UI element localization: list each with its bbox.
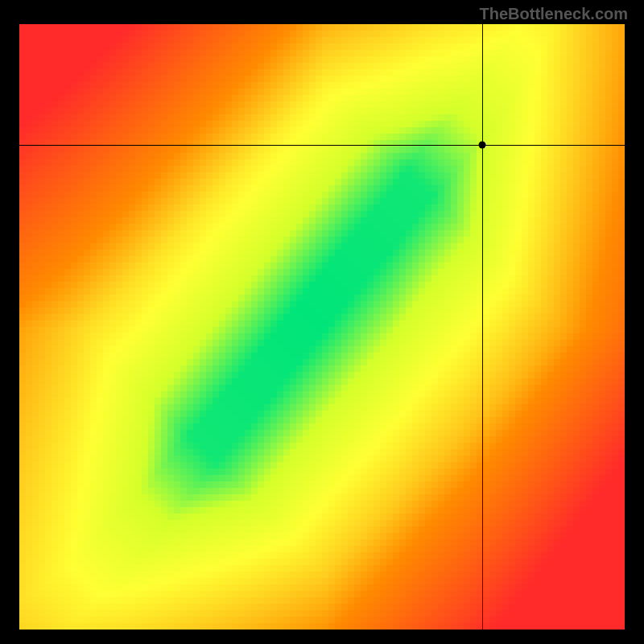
watermark-text: TheBottleneck.com [480,5,628,23]
crosshair-horizontal [19,145,625,146]
chart-container: TheBottleneck.com [0,0,644,644]
bottleneck-heatmap [19,24,625,630]
crosshair-vertical [482,24,483,630]
crosshair-point [479,142,486,149]
